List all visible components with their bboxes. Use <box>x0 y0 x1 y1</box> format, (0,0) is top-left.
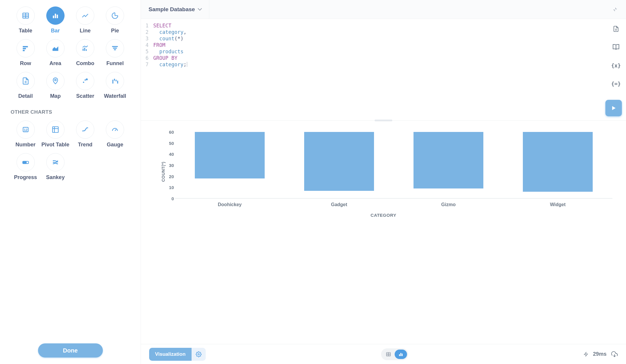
snippets-icon[interactable]: {=} <box>612 80 620 88</box>
svg-rect-12 <box>86 49 87 51</box>
svg-rect-7 <box>23 46 28 47</box>
progress-icon <box>17 153 35 171</box>
viz-type-label: Trend <box>78 142 93 148</box>
viz-type-label: Sankey <box>46 174 65 181</box>
svg-rect-8 <box>23 48 26 49</box>
y-tick: 20 <box>163 174 174 179</box>
row-icon <box>17 39 35 57</box>
viz-type-trend[interactable]: Trend <box>70 120 100 148</box>
viz-type-waterfall[interactable]: Waterfall <box>100 72 130 99</box>
viz-type-map[interactable]: Map <box>40 72 70 99</box>
viz-type-label: Bar <box>51 28 60 34</box>
database-name: Sample Database <box>149 6 195 13</box>
svg-point-37 <box>198 353 199 355</box>
number-icon: 12 <box>17 120 35 139</box>
view-toggle <box>381 348 408 360</box>
viz-type-bar[interactable]: Bar <box>40 6 70 34</box>
viz-type-progress[interactable]: Progress <box>11 153 40 181</box>
svg-rect-28 <box>52 127 58 133</box>
viz-type-pie[interactable]: Pie <box>100 6 130 34</box>
section-other-charts: OTHER CHARTS <box>11 109 130 115</box>
x-axis-label: CATEGORY <box>151 213 615 218</box>
download-icon[interactable] <box>611 351 618 358</box>
x-tick-label: Doohickey <box>175 202 284 207</box>
svg-rect-44 <box>402 353 403 356</box>
viz-grid-other: 12NumberPivot TableTrendGaugeProgressSan… <box>11 120 130 181</box>
viz-type-sankey[interactable]: Sankey <box>40 153 70 181</box>
bar-slot <box>175 132 284 198</box>
map-icon <box>46 72 65 90</box>
viz-type-pivot[interactable]: Pivot Table <box>40 120 70 148</box>
bar[interactable] <box>523 132 593 192</box>
visualization-button-group: Visualization <box>149 348 206 361</box>
run-query-button[interactable] <box>605 100 622 116</box>
combo-icon <box>76 39 94 57</box>
done-button[interactable]: Done <box>38 343 103 358</box>
viz-type-scatter[interactable]: Scatter <box>70 72 100 99</box>
x-axis-labels: DoohickeyGadgetGizmoWidget <box>175 202 612 207</box>
table-icon <box>17 6 35 25</box>
query-timing: 29ms <box>593 351 607 357</box>
svg-rect-11 <box>84 48 85 51</box>
svg-rect-25 <box>117 81 118 84</box>
viz-type-label: Waterfall <box>104 93 126 99</box>
data-reference-icon[interactable] <box>612 43 620 51</box>
plot-area <box>175 132 612 198</box>
variables-icon[interactable]: {x} <box>612 61 620 70</box>
svg-rect-9 <box>23 50 25 51</box>
line-icon <box>76 6 94 25</box>
bar[interactable] <box>304 132 374 191</box>
svg-rect-33 <box>23 161 26 164</box>
svg-rect-10 <box>83 49 83 51</box>
view-toggle-table[interactable] <box>382 350 395 359</box>
svg-point-19 <box>83 82 84 83</box>
svg-rect-24 <box>116 80 117 81</box>
bar[interactable] <box>195 132 265 178</box>
y-tick: 60 <box>163 130 174 135</box>
svg-rect-4 <box>53 16 54 18</box>
query-panel: Sample Database 1 2 3 4 5 6 7 SELECT cat… <box>141 0 626 364</box>
viz-type-label: Combo <box>76 60 94 67</box>
x-axis-line <box>175 198 612 198</box>
results-footer: Visualization 29ms <box>141 344 626 364</box>
svg-rect-22 <box>113 80 113 84</box>
chart-area: COUNT(*) 0102030405060 DoohickeyGadgetGi… <box>141 121 626 344</box>
database-selector[interactable]: Sample Database <box>141 0 209 19</box>
bar[interactable] <box>414 132 483 188</box>
scatter-icon <box>76 72 94 90</box>
y-tick: 0 <box>163 196 174 201</box>
viz-type-funnel[interactable]: Funnel <box>100 39 130 67</box>
visualization-settings-button[interactable] <box>192 348 206 361</box>
viz-type-label: Progress <box>14 174 37 181</box>
viz-type-label: Number <box>16 142 36 148</box>
svg-marker-45 <box>584 352 588 356</box>
area-icon <box>46 39 65 57</box>
svg-rect-5 <box>55 14 56 18</box>
waterfall-icon <box>106 72 124 90</box>
visualization-button[interactable]: Visualization <box>149 348 192 361</box>
viz-type-line[interactable]: Line <box>70 6 100 34</box>
bar-slot <box>394 132 503 198</box>
contract-icon[interactable] <box>604 7 626 12</box>
viz-type-label: Pivot Table <box>42 142 70 148</box>
svg-marker-36 <box>612 106 616 110</box>
sql-editor[interactable]: 1 2 3 4 5 6 7 SELECT category, count(*) … <box>141 19 626 121</box>
viz-type-label: Line <box>80 28 91 34</box>
editor-code[interactable]: SELECT category, count(*) FROM products … <box>151 19 626 120</box>
pivot-icon <box>46 120 65 139</box>
viz-type-combo[interactable]: Combo <box>70 39 100 67</box>
viz-type-table[interactable]: Table <box>11 6 40 34</box>
viz-type-detail[interactable]: Detail <box>11 72 40 99</box>
view-toggle-chart[interactable] <box>395 350 407 359</box>
svg-point-18 <box>55 79 56 81</box>
viz-type-area[interactable]: Area <box>40 39 70 67</box>
svg-text:12: 12 <box>24 128 27 132</box>
svg-rect-43 <box>400 353 401 356</box>
snippet-icon[interactable] <box>612 25 620 33</box>
viz-type-row[interactable]: Row <box>11 39 40 67</box>
viz-type-label: Detail <box>18 93 33 99</box>
viz-type-number[interactable]: 12Number <box>11 120 40 148</box>
viz-type-label: Scatter <box>76 93 94 99</box>
y-tick: 40 <box>163 152 174 157</box>
viz-type-gauge[interactable]: Gauge <box>100 120 130 148</box>
